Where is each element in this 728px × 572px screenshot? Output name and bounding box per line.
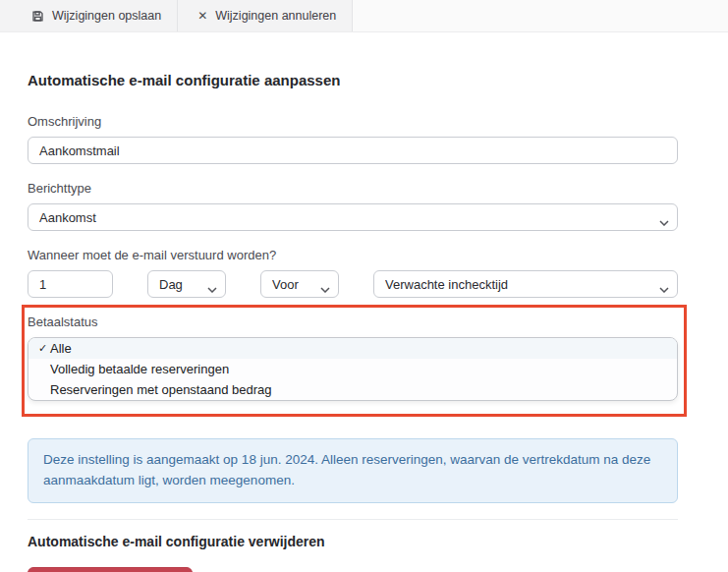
toolbar-button-group: Wijzigingen opslaan ✕ Wijzigingen annule… xyxy=(0,0,353,31)
option-label: Alle xyxy=(50,341,72,356)
berichttype-label: Berichttype xyxy=(28,181,678,196)
option-label: Volledig betaalde reserveringen xyxy=(50,362,229,376)
page-title: Automatische e-mail configuratie aanpass… xyxy=(28,72,678,88)
timing-unit-select[interactable]: Dag xyxy=(147,270,226,298)
save-changes-button[interactable]: Wijzigingen opslaan xyxy=(0,0,178,31)
omschrijving-label: Omschrijving xyxy=(28,114,678,129)
betaalstatus-highlight-annotation: Betaalstatus ✓ Alle Volledig betaalde re… xyxy=(22,305,687,417)
save-changes-label: Wijzigingen opslaan xyxy=(52,9,161,23)
toolbar: Wijzigingen opslaan ✕ Wijzigingen annule… xyxy=(0,0,728,32)
betaalstatus-option-alle[interactable]: ✓ Alle xyxy=(28,338,677,359)
omschrijving-input[interactable] xyxy=(28,137,678,164)
checkmark-icon: ✓ xyxy=(38,342,50,355)
timing-amount-input[interactable] xyxy=(28,270,113,298)
save-icon xyxy=(31,10,44,23)
close-icon: ✕ xyxy=(197,9,207,23)
betaalstatus-label: Betaalstatus xyxy=(28,315,678,329)
timing-direction-select-wrap: Voor xyxy=(260,262,339,298)
timing-unit-select-wrap: Dag xyxy=(147,262,226,298)
cancel-changes-label: Wijzigingen annuleren xyxy=(215,9,336,23)
creation-info-box: Deze instelling is aangemaakt op 18 jun.… xyxy=(28,438,678,503)
main-content: Automatische e-mail configuratie aanpass… xyxy=(28,72,678,572)
betaalstatus-option-volledig-betaald[interactable]: Volledig betaalde reserveringen xyxy=(28,359,677,379)
betaalstatus-open-dropdown: ✓ Alle Volledig betaalde reserveringen R… xyxy=(28,337,678,401)
timing-reference-select-wrap: Verwachte inchecktijd xyxy=(373,262,678,298)
delete-configuration-button[interactable]: Configuratie verwijderen xyxy=(28,567,193,572)
section-divider xyxy=(28,519,678,520)
berichttype-select-wrap: Aankomst xyxy=(28,196,678,231)
delete-section-title: Automatische e-mail configuratie verwijd… xyxy=(28,534,678,549)
timing-row: Dag Voor Verwachte inchecktijd xyxy=(28,262,678,298)
cancel-changes-button[interactable]: ✕ Wijzigingen annuleren xyxy=(178,0,352,31)
betaalstatus-option-openstaand-bedrag[interactable]: Reserveringen met openstaand bedrag xyxy=(28,379,677,400)
timing-reference-select[interactable]: Verwachte inchecktijd xyxy=(373,270,678,298)
berichttype-select[interactable]: Aankomst xyxy=(28,203,678,231)
option-label: Reserveringen met openstaand bedrag xyxy=(50,382,271,397)
timing-label: Wanneer moet de e-mail verstuurd worden? xyxy=(28,248,678,262)
timing-direction-select[interactable]: Voor xyxy=(260,270,339,298)
